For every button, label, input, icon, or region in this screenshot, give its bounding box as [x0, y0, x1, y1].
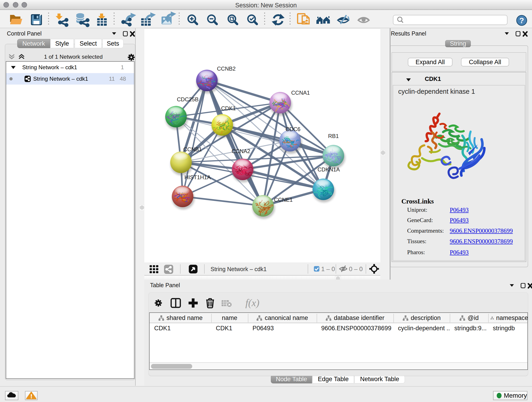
- svg-text:RB1: RB1: [328, 133, 339, 139]
- svg-text:CCNA2: CCNA2: [232, 148, 250, 154]
- svg-text:HIST1H1A: HIST1H1A: [184, 174, 211, 180]
- svg-text:?: ?: [519, 16, 524, 25]
- svg-text:CDK1: CDK1: [221, 105, 236, 111]
- svg-text:f(x): f(x): [245, 297, 259, 308]
- svg-text:CCNB1: CCNB1: [183, 146, 202, 153]
- svg-text:CDC6: CDC6: [285, 126, 300, 132]
- svg-text:0 – 0: 0 – 0: [349, 266, 363, 273]
- svg-text:CDKN1A: CDKN1A: [317, 166, 340, 172]
- svg-text:1 – 0: 1 – 0: [321, 266, 335, 273]
- svg-text:CCNE1: CCNE1: [274, 197, 293, 203]
- svg-text:CCNA1: CCNA1: [291, 89, 310, 96]
- svg-text:CDC25B: CDC25B: [177, 96, 199, 102]
- svg-text:String Network – cdk1: String Network – cdk1: [210, 266, 267, 272]
- svg-text:CCNB2: CCNB2: [217, 65, 235, 72]
